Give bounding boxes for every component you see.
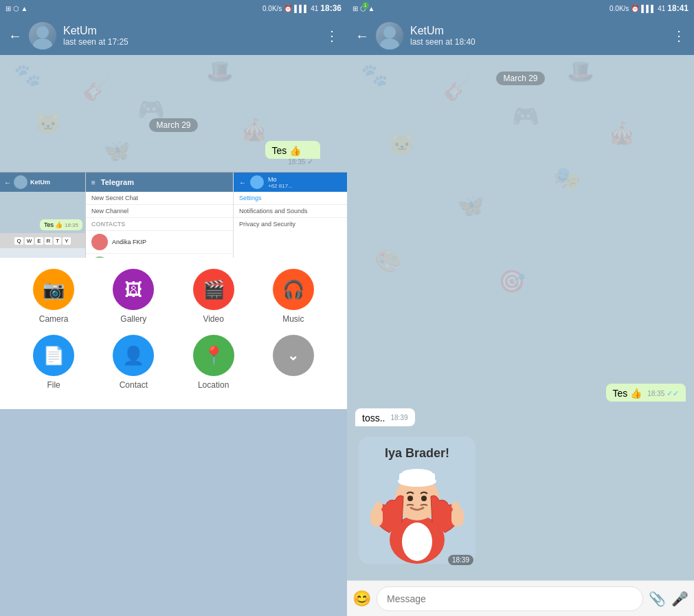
mic-button[interactable]: 🎤 xyxy=(671,591,689,607)
svg-rect-15 xyxy=(374,502,383,510)
right-chat-area: 🐾 🎸 🎮 🎩 🐱 🎪 🦋 🎭 🎨 🎯 March 29 Tes 👍 xyxy=(347,55,694,580)
right-app-icons: ⊞ ⬡1 ▲ xyxy=(352,5,374,12)
attach-more[interactable]: ⌄ xyxy=(273,335,314,390)
gallery-icon-circle: 🖼 xyxy=(113,269,154,310)
attach-row-2: 📄 File 👤 Contact 📍 Location ⌄ xyxy=(14,335,333,390)
right-mini-settings: Settings Notifications and Sounds Privac… xyxy=(234,192,347,258)
right-message-input-bar: 😊 📎 🎤 xyxy=(347,580,694,616)
svg-point-2 xyxy=(383,26,396,38)
right-signal-icons: ⏰ ▌▌▌ 41 xyxy=(631,5,665,12)
right-incoming-container: toss.. 18:39 xyxy=(355,408,686,429)
left-contact-name: KetUm xyxy=(63,25,318,37)
sticker-container: Iya Brader! xyxy=(355,433,686,571)
right-message-ticks: ✓✓ xyxy=(667,389,679,397)
svg-rect-17 xyxy=(451,502,460,510)
svg-point-3 xyxy=(380,38,399,50)
right-menu-button[interactable]: ⋮ xyxy=(672,28,686,44)
right-outgoing-bubble: Tes 👍 18:35 ✓✓ xyxy=(606,384,686,402)
music-icon-circle: 🎧 xyxy=(273,269,314,310)
right-time: 18:41 xyxy=(667,3,689,13)
left-avatar-image xyxy=(29,22,56,50)
right-date-badge: March 29 xyxy=(355,72,686,85)
left-speed: 0.0K/s xyxy=(262,5,282,12)
left-menu-button[interactable]: ⋮ xyxy=(325,28,339,44)
emoji-button[interactable]: 😊 xyxy=(352,590,371,608)
left-chat-area: 🐾 🎸 🎮 🎩 🐱 🎪 🦋 March 29 Tes 👍 18:35 ✓ xyxy=(0,55,347,172)
left-preview-screenshots: ← KetUm Tes 👍 18:35 Q W E R T Y ≡ xyxy=(0,172,347,258)
middle-header: ≡ Telegram xyxy=(86,173,233,192)
camera-label: Camera xyxy=(39,314,69,324)
location-label: Location xyxy=(198,380,229,390)
attachment-button[interactable]: 📎 xyxy=(649,591,666,607)
attach-location[interactable]: 📍 Location xyxy=(193,335,234,390)
left-signal-icons: ⏰ ▌▌▌ 41 xyxy=(284,5,318,12)
attach-file[interactable]: 📄 File xyxy=(33,335,74,390)
contact-avatar-1 xyxy=(91,234,108,250)
left-panel: ⊞ ⬡ ▲ 0.0K/s ⏰ ▌▌▌ 41 18:36 ← KetUm last… xyxy=(0,0,347,616)
video-icon: 🎬 xyxy=(203,279,225,300)
svg-point-12 xyxy=(407,496,413,501)
right-mini-header: ← Mo +62 817... xyxy=(234,173,347,192)
left-outgoing-bubble: Tes 👍 18:35 ✓ xyxy=(265,141,321,159)
right-speed: 0.0K/s xyxy=(609,5,629,12)
svg-point-13 xyxy=(421,496,427,501)
contact-label: Contact xyxy=(120,380,148,390)
right-status-bar: ⊞ ⬡1 ▲ 0.0K/s ⏰ ▌▌▌ 41 18:41 xyxy=(347,0,694,16)
left-app-icons: ⊞ ⬡ ▲ xyxy=(5,5,27,12)
right-header-info: KetUm last seen at 18:40 xyxy=(410,25,665,47)
attachment-panel: 📷 Camera 🖼 Gallery 🎬 Video 🎧 xyxy=(0,258,347,409)
left-date-badge: March 29 xyxy=(0,118,347,132)
new-secret-chat: New Secret Chat xyxy=(86,192,233,205)
left-mini-header: ← KetUm xyxy=(0,173,85,192)
right-mini-preview: ← Mo +62 817... Settings Notifications a… xyxy=(234,173,347,258)
left-back-button[interactable]: ← xyxy=(8,28,22,44)
svg-point-7 xyxy=(402,522,432,561)
right-back-button[interactable]: ← xyxy=(355,28,369,44)
right-last-seen: last seen at 18:40 xyxy=(410,37,665,47)
right-outgoing-container: Tes 👍 18:35 ✓✓ xyxy=(355,384,686,404)
left-status-icons: ⊞ ⬡ ▲ xyxy=(5,5,27,12)
file-label: File xyxy=(47,380,60,390)
location-icon: 📍 xyxy=(203,345,225,366)
right-contact-name: KetUm xyxy=(410,25,665,37)
contacts-header: CONTACTS xyxy=(86,218,233,231)
message-input[interactable] xyxy=(377,586,643,611)
attach-video[interactable]: 🎬 Video xyxy=(193,269,234,324)
contact-item-1: Andika FKIP xyxy=(86,231,233,254)
right-avatar[interactable] xyxy=(376,22,403,50)
left-mini-chat: ← KetUm Tes 👍 18:35 Q W E R T Y xyxy=(0,173,86,258)
right-message-time: 18:35 ✓✓ xyxy=(647,389,679,398)
mini-avatar xyxy=(14,175,27,189)
attach-contact[interactable]: 👤 Contact xyxy=(113,335,154,390)
mini-settings-2: Notifications and Sounds xyxy=(234,205,347,218)
video-label: Video xyxy=(203,314,223,324)
camera-icon-circle: 📷 xyxy=(33,269,74,310)
right-toss-text: toss.. xyxy=(362,412,385,424)
sticker-svg: Iya Brader! xyxy=(355,433,479,571)
mini-bubble: Tes 👍 18:35 xyxy=(40,219,82,230)
svg-point-0 xyxy=(36,26,49,38)
left-status-bar: ⊞ ⬡ ▲ 0.0K/s ⏰ ▌▌▌ 41 18:36 xyxy=(0,0,347,16)
attach-row-1: 📷 Camera 🖼 Gallery 🎬 Video 🎧 xyxy=(14,269,333,324)
attach-music[interactable]: 🎧 Music xyxy=(273,269,314,324)
file-icon-circle: 📄 xyxy=(33,335,74,376)
svg-point-1 xyxy=(33,38,52,50)
left-header-info: KetUm last seen at 17:25 xyxy=(63,25,318,47)
music-label: Music xyxy=(282,314,304,324)
left-status-right: 0.0K/s ⏰ ▌▌▌ 41 18:36 xyxy=(262,3,342,13)
left-message-time: 18:35 ✓ xyxy=(288,157,313,166)
contact-icon: 👤 xyxy=(122,345,144,366)
left-message-text: Tes 👍 xyxy=(272,145,302,156)
left-avatar[interactable] xyxy=(29,22,56,50)
mini-settings-3: Privacy and Security xyxy=(234,218,347,230)
attach-gallery[interactable]: 🖼 Gallery xyxy=(113,269,154,324)
svg-point-11 xyxy=(402,469,432,477)
attach-camera[interactable]: 📷 Camera xyxy=(33,269,74,324)
right-messages-container: March 29 Tes 👍 18:35 ✓✓ toss.. xyxy=(347,55,694,580)
left-message-tick: ✓ xyxy=(307,157,313,166)
right-incoming-bubble: toss.. 18:39 xyxy=(355,408,415,426)
mini-settings-1: Settings xyxy=(234,192,347,205)
right-chat-header: ← KetUm last seen at 18:40 ⋮ xyxy=(347,16,694,55)
right-mini-avatar xyxy=(250,175,264,189)
right-toss-time: 18:39 xyxy=(390,414,407,421)
